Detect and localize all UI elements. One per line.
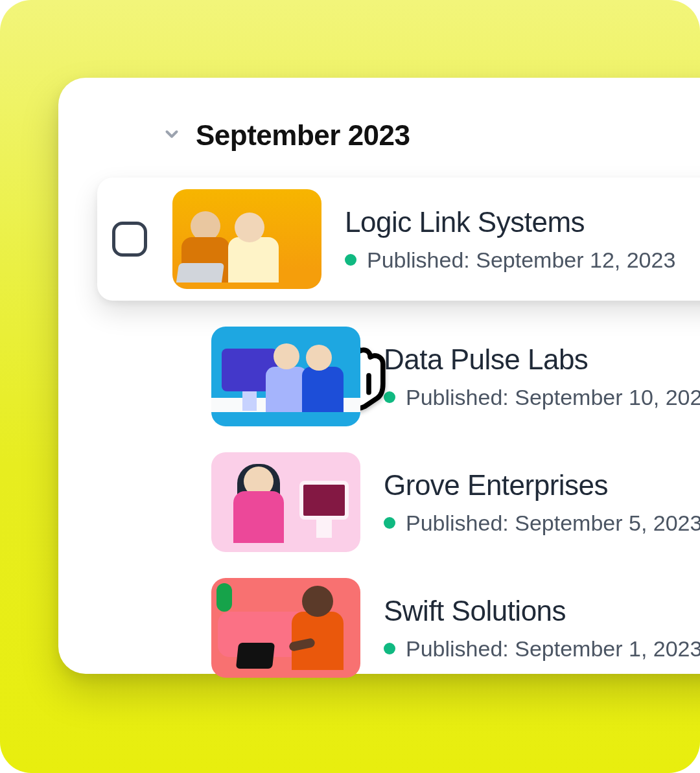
thumbnail[interactable] <box>211 452 360 552</box>
status-dot-icon <box>384 643 395 654</box>
month-header[interactable]: September 2023 <box>162 119 700 152</box>
item-status: Published: September 1, 2023 | <box>384 636 700 662</box>
list-item[interactable]: Grove EnterprisesPublished: September 5,… <box>97 452 700 552</box>
month-title: September 2023 <box>196 119 410 152</box>
select-checkbox[interactable] <box>112 222 147 257</box>
status-label: Published: September 12, 2023 <box>367 248 675 273</box>
content-panel: September 2023 Logic Link SystemsPublish… <box>58 78 700 674</box>
status-label: Published: September 5, 2023 | <box>406 511 700 536</box>
item-meta: Logic Link SystemsPublished: September 1… <box>345 206 675 273</box>
list-item[interactable]: Swift SolutionsPublished: September 1, 2… <box>97 578 700 678</box>
item-status: Published: September 5, 2023 | <box>384 511 700 536</box>
thumbnail[interactable] <box>211 578 360 678</box>
item-title: Swift Solutions <box>384 595 700 627</box>
item-status: Published: September 12, 2023 <box>345 248 675 273</box>
status-label: Published: September 1, 2023 | <box>406 636 700 662</box>
chevron-down-icon <box>162 124 181 146</box>
item-meta: Grove EnterprisesPublished: September 5,… <box>384 469 700 536</box>
item-title: Data Pulse Labs <box>384 343 700 376</box>
status-dot-icon <box>384 391 395 403</box>
status-dot-icon <box>345 254 356 266</box>
status-label: Published: September 10, 2023 <box>406 385 700 410</box>
item-list: Logic Link SystemsPublished: September 1… <box>97 178 700 678</box>
item-title: Grove Enterprises <box>384 469 700 502</box>
status-dot-icon <box>384 517 395 529</box>
list-item[interactable]: Data Pulse LabsPublished: September 10, … <box>97 327 700 426</box>
checkbox-slot <box>110 222 149 257</box>
promo-background: September 2023 Logic Link SystemsPublish… <box>0 0 700 773</box>
item-meta: Data Pulse LabsPublished: September 10, … <box>384 343 700 410</box>
thumbnail[interactable] <box>211 327 360 426</box>
list-item[interactable]: Logic Link SystemsPublished: September 1… <box>97 178 700 301</box>
item-meta: Swift SolutionsPublished: September 1, 2… <box>384 595 700 662</box>
item-status: Published: September 10, 2023 <box>384 385 700 410</box>
item-title: Logic Link Systems <box>345 206 675 238</box>
thumbnail[interactable] <box>172 189 321 289</box>
